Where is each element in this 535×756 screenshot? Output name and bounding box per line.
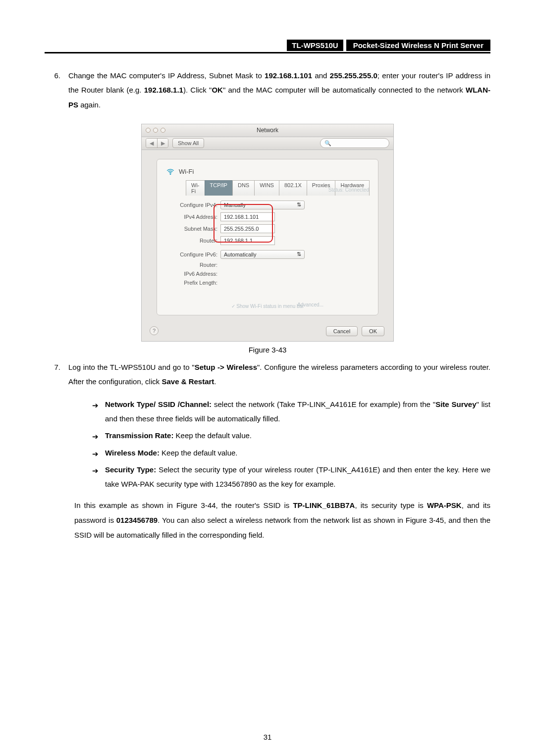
text: Change the MAC computer's IP Address, Su… — [68, 71, 265, 80]
tab-dns[interactable]: DNS — [232, 180, 255, 196]
back-button[interactable]: ◀ — [146, 139, 157, 148]
svg-point-0 — [170, 174, 171, 175]
text: Keep the default value. — [160, 449, 238, 457]
text-bold: WPA-PSK — [427, 501, 462, 509]
bullet-list: Network Type/ SSID /Channel: select the … — [45, 398, 490, 491]
mac-network-window: Network ◀ ▶ Show All 🔍 Wi-Fi — [141, 124, 394, 342]
list-item: Transmission Rate: Keep the default valu… — [92, 429, 490, 443]
label-ipv4-address: IPv4 Address: — [166, 214, 220, 220]
step-7: 7. Log into the TL-WPS510U and go to "Se… — [45, 360, 490, 389]
tab-wins[interactable]: WINS — [254, 180, 279, 196]
label-subnet-mask: Subnet Mask: — [166, 226, 220, 232]
figure-caption: Figure 3-43 — [249, 346, 287, 354]
cancel-button[interactable]: Cancel — [326, 326, 358, 336]
list-item: Security Type: Select the security type … — [92, 463, 490, 491]
chevron-updown-icon: ⇅ — [297, 251, 301, 257]
label-ipv6-address: IPv6 Address: — [166, 271, 220, 277]
label-router-ipv6: Router: — [166, 262, 220, 268]
page-header: TL-WPS510U Pocket-Sized Wireless N Print… — [45, 40, 490, 53]
tab-8021x[interactable]: 802.1X — [279, 180, 307, 196]
minimize-icon[interactable] — [153, 128, 158, 133]
close-icon[interactable] — [146, 128, 151, 133]
step-6: 6. Change the MAC computer's IP Address,… — [45, 68, 490, 112]
header-title: Pocket-Sized Wireless N Print Server — [346, 40, 490, 51]
text: . — [214, 377, 216, 386]
text-bold: Setup -> Wireless — [195, 363, 257, 371]
list-item: Network Type/ SSID /Channel: select the … — [92, 398, 490, 426]
step-body: Log into the TL-WPS510U and go to "Setup… — [68, 360, 490, 389]
header-model: TL-WPS510U — [287, 40, 343, 51]
text: , its security type is — [355, 501, 427, 509]
example-paragraph: In this example as shown in Figure 3-44,… — [45, 498, 490, 543]
text: and — [312, 71, 330, 80]
forward-button[interactable]: ▶ — [157, 139, 168, 148]
text-bold: OK — [212, 86, 223, 94]
text-bold: TP-LINK_61BB7A — [293, 501, 355, 509]
window-title: Network — [142, 127, 393, 134]
show-all-button[interactable]: Show All — [172, 138, 204, 148]
ghost-menu-checkbox: ✓ Show Wi-Fi status in menu bar — [231, 303, 304, 309]
text-bold: 192.168.1.101 — [265, 71, 312, 80]
input-ipv4-address[interactable]: 192.168.1.101 — [220, 212, 275, 221]
label-prefix-length: Prefix Length: — [166, 280, 220, 286]
wifi-icon — [166, 167, 175, 176]
ok-button[interactable]: OK — [362, 326, 384, 336]
list-item: Wireless Mode: Keep the default value. — [92, 446, 490, 460]
ghost-status: Status: Connected — [328, 187, 369, 193]
tab-tcpip[interactable]: TCP/IP — [205, 180, 233, 196]
text-bold: Save & Restart — [161, 377, 214, 386]
search-icon: 🔍 — [324, 140, 331, 147]
text: Log into the TL-WPS510U and go to " — [68, 363, 195, 371]
chevron-updown-icon: ⇅ — [297, 202, 301, 208]
bullet-lead: Wireless Mode: — [105, 449, 160, 457]
text-bold: 0123456789 — [116, 516, 158, 524]
titlebar[interactable]: Network — [142, 124, 393, 137]
label-configure-ipv6: Configure IPv6: — [166, 252, 220, 257]
text-bold: 255.255.255.0 — [330, 71, 377, 80]
select-configure-ipv4[interactable]: Manually⇅ — [220, 201, 305, 209]
panel-header: Wi-Fi — [166, 167, 369, 176]
text-bold: Site Survey — [435, 400, 476, 408]
bullet-lead: Network Type/ SSID /Channel: — [105, 400, 212, 408]
text: " and the MAC computer will be automatic… — [223, 86, 466, 94]
step-body: Change the MAC computer's IP Address, Su… — [68, 68, 490, 112]
step-number: 7. — [45, 360, 68, 389]
text-bold: 192.168.1.1 — [144, 86, 183, 94]
text: In this example as shown in Figure 3-44,… — [74, 501, 293, 509]
advanced-button-ghost: Advanced... — [297, 302, 323, 307]
text: Select the security type of your wireles… — [105, 465, 490, 488]
wifi-label: Wi-Fi — [179, 168, 194, 175]
label-router: Router: — [166, 238, 220, 244]
settings-panel: Wi-Fi Wi-Fi TCP/IP DNS WINS 802.1X Proxi… — [157, 159, 378, 315]
select-configure-ipv6[interactable]: Automatically⇅ — [220, 250, 305, 259]
tab-wifi[interactable]: Wi-Fi — [186, 180, 205, 196]
input-subnet-mask[interactable]: 255.255.255.0 — [220, 224, 275, 233]
zoom-icon[interactable] — [160, 128, 165, 133]
step-number: 6. — [45, 68, 68, 112]
toolbar: ◀ ▶ Show All 🔍 — [142, 137, 393, 150]
text: Keep the default value. — [173, 431, 252, 440]
bullet-lead: Security Type: — [105, 465, 156, 474]
text: again. — [78, 101, 101, 109]
help-button[interactable]: ? — [150, 326, 159, 335]
text: ). Click " — [183, 86, 212, 94]
input-router[interactable]: 192.168.1.1 — [220, 236, 275, 245]
page-number: 31 — [0, 733, 535, 741]
bullet-lead: Transmission Rate: — [105, 431, 173, 440]
label-configure-ipv4: Configure IPv4: — [166, 202, 220, 208]
text: select the network (Take TP-LINK_A4161E … — [212, 400, 435, 408]
search-input[interactable]: 🔍 — [320, 138, 389, 148]
